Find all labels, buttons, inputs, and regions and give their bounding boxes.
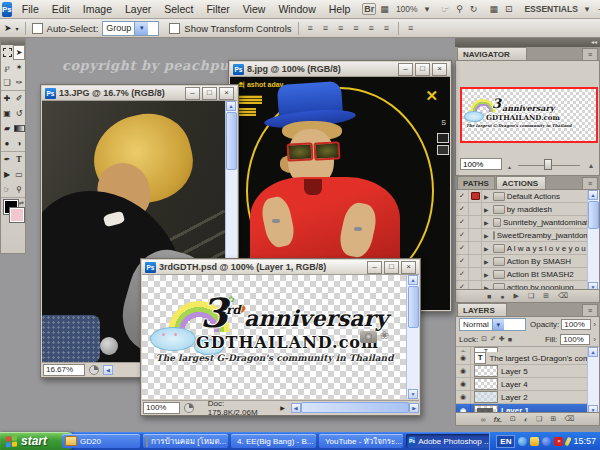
fill-spinner-icon[interactable]: › <box>593 335 596 344</box>
layer-row[interactable]: ◉ Layer 2 <box>456 391 599 404</box>
zoom-level-dropdown[interactable]: 100% <box>393 4 421 14</box>
tab-actions[interactable]: ACTIONS <box>496 176 546 189</box>
eye-icon[interactable]: ◉ <box>456 378 471 390</box>
zoom-percent-field[interactable]: 16.67% <box>43 364 85 376</box>
tray-icon-blue-sphere[interactable] <box>542 437 551 446</box>
status-arrow-icon[interactable]: ▶ <box>280 404 285 411</box>
gradient-tool[interactable] <box>13 121 25 136</box>
hand-tool[interactable]: ☞ <box>1 182 13 197</box>
action-name[interactable]: SweetDreamby_jwantdomin... <box>497 231 600 240</box>
auto-select-checkbox[interactable] <box>32 23 43 34</box>
expand-icon[interactable]: ▶ <box>484 206 489 213</box>
zoom-tool-icon[interactable]: ⚲ <box>453 4 466 14</box>
action-name[interactable]: Default Actions <box>507 192 560 201</box>
tab-navigator[interactable]: NAVIGATOR <box>457 47 527 60</box>
taskbar-item-photoshop[interactable]: Ps Adobe Photoshop ... <box>406 434 492 448</box>
pen-tool[interactable]: ✒ <box>1 152 13 167</box>
delete-layer-icon[interactable]: ⌫ <box>564 415 574 423</box>
zoom-out-mark-icon[interactable]: ▴ <box>508 163 511 170</box>
menu-layer[interactable]: Layer <box>119 2 157 16</box>
background-color-swatch[interactable] <box>10 208 24 222</box>
lasso-tool[interactable]: ℘ <box>1 60 13 75</box>
tool-preset-arrow-icon[interactable]: ▾ <box>16 25 19 32</box>
minimize-button[interactable]: – <box>367 261 382 274</box>
taskbar-item-media[interactable]: 4. EE(Big Bang) - B... <box>231 434 316 448</box>
expand-icon[interactable]: ▶ <box>484 271 489 278</box>
expand-icon[interactable]: ▶ <box>484 232 489 239</box>
expand-icon[interactable]: ▶ <box>484 193 489 200</box>
align-left-icon[interactable]: ≡ <box>350 23 361 33</box>
tray-icon-blue-circle[interactable] <box>518 437 527 446</box>
view-extras-icon[interactable]: ▦ <box>377 4 392 14</box>
photoshop-logo-icon[interactable]: Ps <box>2 2 12 17</box>
layer-group-icon[interactable]: ❏ <box>536 415 542 423</box>
layers-scrollbar[interactable]: ▲ ▼ <box>587 347 599 415</box>
action-name[interactable]: Action By SMASH <box>507 257 571 266</box>
eye-icon[interactable]: ◉ <box>456 391 471 403</box>
layer-name[interactable]: Layer 5 <box>501 367 528 376</box>
zoom-dropdown-arrow-icon[interactable]: ▾ <box>422 4 433 14</box>
scroll-left-icon[interactable]: ◀ <box>291 403 301 413</box>
new-layer-icon[interactable]: ⊞ <box>550 415 556 423</box>
taskbar-clock[interactable]: 15:57 <box>573 436 596 446</box>
window-titlebar-13jpg[interactable]: Ps 13.JPG @ 16.7% (RGB/8) – □ × <box>42 86 237 101</box>
action-name[interactable]: Action Bt SMASH2 <box>507 270 574 279</box>
taskbar-item-gd20[interactable]: GD20 <box>62 434 140 448</box>
expand-icon[interactable]: ▶ <box>484 258 489 265</box>
lock-transparency-icon[interactable]: ⊡ <box>481 335 487 343</box>
action-row[interactable]: ✓ ▶ Action Bt SMASH2 <box>456 268 599 281</box>
layer-row-text[interactable]: ◉ T The largest G-Dragon's communit... <box>456 352 599 365</box>
path-selection-tool[interactable]: ▶ <box>1 167 13 182</box>
scroll-up-icon[interactable]: ▲ <box>226 101 236 111</box>
dodge-tool[interactable]: ◑ <box>13 136 25 151</box>
scrollbar-thumb[interactable] <box>408 286 419 328</box>
scrollbar-thumb[interactable] <box>588 201 599 229</box>
eyedropper-tool[interactable]: ✑ <box>13 75 25 90</box>
scroll-up-icon[interactable]: ▲ <box>408 275 418 285</box>
taskbar-item-youtube[interactable]: YouTube - หัวใจกระ... <box>319 434 403 448</box>
action-check-icon[interactable]: ✓ <box>456 216 469 228</box>
navigator-zoom-field[interactable]: 100% <box>460 158 502 170</box>
action-check-icon[interactable]: ✓ <box>456 242 469 254</box>
zoom-in-mark-icon[interactable]: ▴ <box>589 161 593 170</box>
dock-header[interactable]: ◂◂ <box>455 38 600 47</box>
close-button[interactable]: × <box>432 63 447 76</box>
collapse-panels-icon[interactable]: ◂◂ <box>591 39 597 45</box>
swap-colors-icon[interactable]: ⇄ <box>19 199 24 206</box>
action-name[interactable]: Sunriteby_jwantdomination <box>503 218 599 227</box>
dropdown-arrow-icon[interactable]: ▾ <box>492 319 504 330</box>
show-transform-checkbox[interactable] <box>169 23 180 34</box>
hand-tool-icon[interactable]: ☞ <box>438 4 452 14</box>
action-check-icon[interactable]: ✓ <box>456 203 469 215</box>
action-check-icon[interactable]: ✓ <box>456 268 469 280</box>
brush-tool[interactable]: ✐ <box>13 91 25 106</box>
action-name[interactable]: A l w a y s l o v e y o u . <box>507 244 591 253</box>
layer-name[interactable]: The largest G-Dragon's communit... <box>489 354 599 363</box>
window-titlebar-psd[interactable]: Ps 3rdGDTH.psd @ 100% (Layer 1, RGB/8) –… <box>142 260 419 275</box>
lock-pixels-icon[interactable]: ✐ <box>490 335 496 343</box>
delete-action-icon[interactable]: ⌫ <box>558 292 568 300</box>
action-row[interactable]: ✓ ▶ by maddiesh <box>456 203 599 216</box>
tray-icon-pencil[interactable] <box>565 436 572 446</box>
workspace-switcher[interactable]: ESSENTIALS <box>521 4 580 14</box>
magic-wand-tool[interactable]: ✶ <box>13 60 25 75</box>
blur-tool[interactable]: ● <box>1 136 13 151</box>
arrange-documents-icon[interactable]: ▦ <box>486 4 501 14</box>
healing-brush-tool[interactable]: ✚ <box>1 91 13 106</box>
record-action-icon[interactable]: ● <box>500 293 504 300</box>
history-brush-tool[interactable]: ↺ <box>13 106 25 121</box>
fill-field[interactable]: 100% <box>560 334 590 345</box>
tray-icon-yellow[interactable] <box>530 437 539 446</box>
new-action-icon[interactable]: ⊞ <box>543 292 549 300</box>
align-center-icon[interactable]: ≡ <box>366 23 377 33</box>
workspace-dropdown-arrow-icon[interactable]: ▾ <box>582 4 593 14</box>
eye-icon[interactable]: ◉ <box>456 352 471 364</box>
layer-style-icon[interactable]: fx. <box>494 416 502 423</box>
move-tool[interactable]: ➤ <box>13 45 25 60</box>
maximize-button[interactable]: □ <box>415 63 430 76</box>
crop-tool[interactable]: ❑ <box>1 75 13 90</box>
blend-mode-dropdown[interactable]: Normal ▾ <box>459 318 526 331</box>
rectangular-marquee-tool[interactable] <box>1 45 13 60</box>
action-check-icon[interactable]: ✓ <box>456 255 469 267</box>
scroll-right-icon[interactable]: ▶ <box>409 403 419 413</box>
